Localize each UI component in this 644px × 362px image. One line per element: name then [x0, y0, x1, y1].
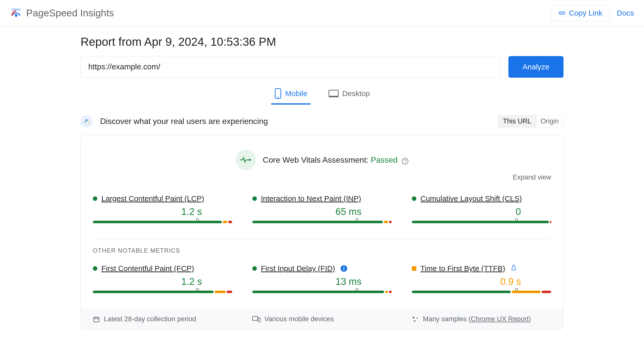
metric-cls: Cumulative Layout Shift (CLS) 0 [412, 194, 551, 228]
metric-name-fcp[interactable]: First Contentful Paint (FCP) [101, 264, 194, 273]
metric-name-cls[interactable]: Cumulative Layout Shift (CLS) [420, 194, 522, 203]
svg-rect-4 [329, 90, 338, 96]
device-tabs: Mobile Desktop [80, 88, 564, 105]
tab-desktop-label: Desktop [342, 89, 370, 98]
pagespeed-logo-icon [10, 7, 22, 19]
desktop-icon [329, 89, 339, 98]
metric-name-lcp[interactable]: Largest Contentful Paint (LCP) [101, 194, 204, 203]
expand-view-button[interactable]: Expand view [93, 173, 551, 181]
bar-cls [412, 221, 551, 228]
svg-point-19 [417, 318, 418, 319]
users-icon [80, 115, 93, 127]
svg-rect-1 [12, 9, 21, 11]
divider [93, 239, 551, 239]
status-dot-good [252, 196, 257, 201]
svg-point-18 [413, 316, 415, 318]
svg-point-7 [84, 121, 86, 123]
metric-value-fid: 13 ms [252, 276, 392, 287]
footer-row: Latest 28-day collection period Various … [81, 309, 563, 330]
metric-inp: Interaction to Next Paint (INP) 65 ms [252, 194, 392, 228]
status-dot-good [93, 196, 97, 201]
footer-devices: Various mobile devices [252, 315, 392, 323]
info-icon[interactable]: i [341, 265, 347, 272]
discover-heading: Discover what your real users are experi… [100, 117, 268, 126]
metric-name-ttfb[interactable]: Time to First Byte (TTFB) [420, 264, 505, 273]
url-input[interactable] [80, 56, 501, 78]
status-dot-good [412, 196, 416, 201]
metric-name-fid[interactable]: First Input Delay (FID) [261, 264, 335, 273]
footer-samples: Many samples (Chrome UX Report) [412, 315, 551, 323]
copy-link-button[interactable]: Copy Link [551, 5, 610, 21]
svg-rect-17 [258, 318, 260, 322]
svg-rect-12 [94, 317, 99, 322]
assessment-label: Core Web Vitals Assessment: [263, 155, 369, 164]
pulse-icon [236, 150, 256, 170]
status-dot-warn [412, 266, 416, 271]
other-metrics-row: First Contentful Paint (FCP) 1.2 s First… [93, 264, 551, 298]
copy-link-label: Copy Link [569, 9, 602, 17]
svg-rect-16 [253, 316, 258, 320]
metric-ttfb: Time to First Byte (TTFB) 0.9 s [412, 264, 551, 298]
docs-link[interactable]: Docs [617, 9, 634, 17]
metric-fcp: First Contentful Paint (FCP) 1.2 s [93, 264, 232, 298]
footer-period-text: Latest 28-day collection period [104, 315, 196, 323]
footer-devices-text: Various mobile devices [264, 315, 334, 323]
metric-fid: First Input Delay (FID) i 13 ms [252, 264, 392, 298]
link-icon [558, 9, 566, 17]
bar-fid [252, 291, 392, 298]
scope-this-url[interactable]: This URL [498, 115, 536, 127]
svg-point-0 [15, 14, 17, 17]
metric-value-fcp: 1.2 s [93, 276, 232, 287]
tab-mobile-label: Mobile [285, 89, 307, 98]
other-metrics-label: OTHER NOTABLE METRICS [93, 247, 551, 254]
tab-mobile[interactable]: Mobile [271, 88, 310, 105]
mobile-icon [274, 88, 282, 99]
discover-row: Discover what your real users are experi… [80, 115, 564, 127]
metric-lcp: Largest Contentful Paint (LCP) 1.2 s [93, 194, 232, 228]
flask-icon [511, 265, 517, 273]
scope-origin[interactable]: Origin [536, 115, 563, 127]
footer-period: Latest 28-day collection period [93, 315, 232, 323]
analyze-button[interactable]: Analyze [508, 56, 564, 78]
svg-point-3 [277, 97, 278, 98]
footer-samples-text: Many samples (Chrome UX Report) [423, 315, 531, 323]
assessment-row: Core Web Vitals Assessment: Passed ? [93, 150, 551, 170]
bar-inp [252, 221, 392, 228]
svg-point-20 [414, 320, 416, 322]
core-vitals-row: Largest Contentful Paint (LCP) 1.2 s Int… [93, 194, 551, 228]
metric-name-inp[interactable]: Interaction to Next Paint (INP) [261, 194, 361, 203]
metric-value-ttfb: 0.9 s [412, 276, 551, 287]
metric-value-cls: 0 [412, 206, 551, 217]
vitals-card: Core Web Vitals Assessment: Passed ? Exp… [80, 135, 564, 330]
assessment-status: Passed [371, 155, 398, 164]
bar-ttfb [412, 291, 551, 298]
status-dot-good [252, 266, 257, 271]
scope-toggle: This URL Origin [498, 115, 564, 127]
app-logo[interactable]: PageSpeed Insights [10, 7, 114, 19]
status-dot-good [93, 266, 97, 271]
svg-point-6 [86, 119, 88, 121]
svg-point-9 [249, 159, 251, 161]
app-name: PageSpeed Insights [26, 8, 114, 19]
help-icon[interactable]: ? [402, 158, 408, 164]
report-title: Report from Apr 9, 2024, 10:53:36 PM [80, 35, 564, 49]
bar-fcp [93, 291, 232, 298]
devices-icon [252, 316, 260, 323]
metric-value-lcp: 1.2 s [93, 206, 232, 217]
chrome-ux-link[interactable]: Chrome UX Report [471, 315, 529, 323]
bar-lcp [93, 221, 232, 228]
main-content: Report from Apr 9, 2024, 10:53:36 PM Ana… [80, 26, 564, 330]
tab-desktop[interactable]: Desktop [326, 88, 373, 105]
samples-icon [412, 316, 419, 323]
url-row: Analyze [80, 56, 564, 78]
app-header: PageSpeed Insights Copy Link Docs [0, 0, 644, 26]
svg-point-8 [88, 121, 89, 123]
calendar-icon [93, 316, 100, 323]
assessment-text: Core Web Vitals Assessment: Passed ? [263, 155, 409, 165]
metric-value-inp: 65 ms [252, 206, 392, 217]
